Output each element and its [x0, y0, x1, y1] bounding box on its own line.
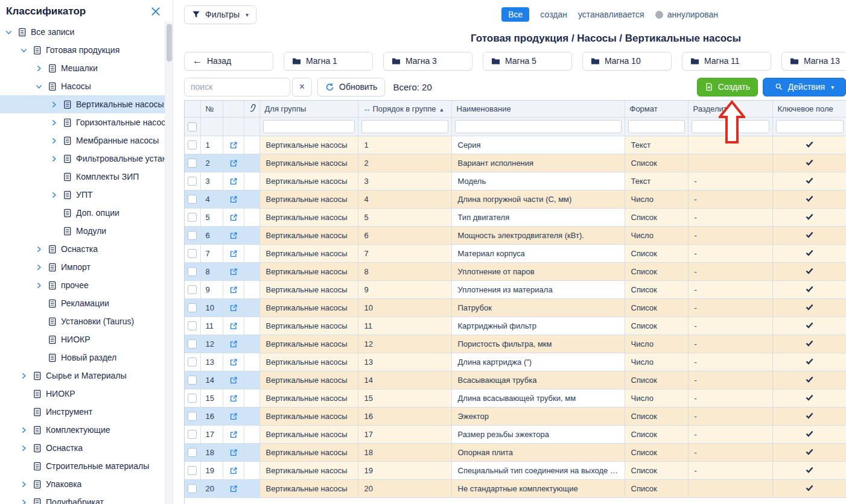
- row-checkbox[interactable]: [188, 213, 197, 222]
- chevron-down-icon[interactable]: [4, 28, 14, 36]
- row-checkbox[interactable]: [188, 412, 197, 421]
- chevron-right-icon[interactable]: [34, 263, 44, 271]
- tree-item[interactable]: Доп. опции: [0, 204, 165, 222]
- chevron-right-icon[interactable]: [34, 65, 44, 72]
- open-record-icon[interactable]: [229, 358, 238, 367]
- status-filter[interactable]: Все: [501, 7, 529, 22]
- col-header-attachment[interactable]: [244, 101, 259, 117]
- tree-item[interactable]: Комплекты ЗИП: [0, 168, 165, 186]
- row-checkbox[interactable]: [188, 140, 197, 150]
- filter-input-group[interactable]: [263, 120, 355, 133]
- tree-item[interactable]: Горизонтальные насосы: [0, 113, 165, 131]
- tree-item[interactable]: УПТ: [0, 186, 165, 204]
- tree-item[interactable]: НИОКР: [0, 385, 165, 403]
- open-record-icon[interactable]: [229, 177, 238, 186]
- chevron-right-icon[interactable]: [34, 282, 44, 289]
- chevron-right-icon[interactable]: [19, 499, 29, 504]
- row-checkbox[interactable]: [188, 358, 197, 367]
- clear-search-button[interactable]: ×: [292, 78, 312, 96]
- row-checkbox[interactable]: [188, 339, 197, 348]
- open-record-icon[interactable]: [229, 250, 238, 258]
- chevron-right-icon[interactable]: [19, 372, 29, 380]
- tree-item[interactable]: Установки (Taurus): [0, 312, 165, 330]
- table-row[interactable]: 5Вертикальные насосы5Тип двигателяСписок…: [185, 208, 846, 226]
- row-checkbox[interactable]: [188, 285, 197, 294]
- chevron-down-icon[interactable]: [34, 83, 44, 90]
- chevron-right-icon[interactable]: [49, 101, 59, 109]
- table-row[interactable]: 16Вертикальные насосы16ЭжекторСписок-: [185, 407, 846, 425]
- filter-input-name[interactable]: [455, 120, 622, 133]
- open-record-icon[interactable]: [229, 213, 238, 222]
- status-filter[interactable]: устанавливается: [578, 10, 644, 19]
- row-checkbox[interactable]: [188, 159, 197, 168]
- status-filter[interactable]: создан: [540, 10, 567, 19]
- tree-item[interactable]: Фильтровальные установки: [0, 150, 165, 168]
- row-checkbox[interactable]: [188, 376, 197, 385]
- row-checkbox[interactable]: [188, 249, 197, 258]
- row-checkbox[interactable]: [188, 484, 197, 493]
- row-checkbox[interactable]: [188, 303, 197, 312]
- chevron-right-icon[interactable]: [34, 245, 44, 253]
- filter-input-key[interactable]: [776, 120, 844, 133]
- tree-item[interactable]: Сырье и Материалы: [0, 367, 165, 385]
- open-record-icon[interactable]: [229, 268, 238, 276]
- status-filter[interactable]: аннулирован: [655, 10, 718, 19]
- col-header-key[interactable]: Ключевое поле: [772, 101, 846, 117]
- table-row[interactable]: 6Вертикальные насосы6Мощность электродви…: [185, 226, 846, 244]
- select-all-checkbox[interactable]: [188, 122, 197, 131]
- tree-item[interactable]: Насосы: [0, 77, 165, 95]
- folder-button[interactable]: Магна 11: [682, 52, 771, 71]
- filter-input-order[interactable]: [361, 120, 448, 133]
- table-row[interactable]: 20Вертикальные насосы20Не стандартные ко…: [185, 479, 846, 497]
- table-row[interactable]: 7Вертикальные насосы7Материал корпусаСпи…: [185, 244, 846, 262]
- tree-item[interactable]: Новый раздел: [0, 348, 165, 367]
- row-checkbox[interactable]: [188, 321, 197, 330]
- row-checkbox[interactable]: [188, 448, 197, 457]
- table-row[interactable]: 15Вертикальные насосы15Длина всасывающей…: [185, 389, 846, 407]
- table-row[interactable]: 4Вертикальные насосы4Длина погружной час…: [185, 190, 846, 208]
- chevron-right-icon[interactable]: [49, 119, 59, 127]
- table-row[interactable]: 3Вертикальные насосы3МодельТекст-: [185, 172, 846, 190]
- chevron-right-icon[interactable]: [49, 137, 59, 145]
- tree-item[interactable]: Готовая продукция: [0, 41, 165, 59]
- tree-item[interactable]: Мембранные насосы: [0, 131, 165, 150]
- create-button[interactable]: Создать: [697, 78, 758, 96]
- table-row[interactable]: 14Вертикальные насосы14Всасывающая трубк…: [185, 371, 846, 389]
- tree-item[interactable]: Упаковка: [0, 475, 165, 493]
- tree-item[interactable]: Мешалки: [0, 59, 165, 77]
- row-checkbox[interactable]: [188, 394, 197, 403]
- tree-item[interactable]: Импорт: [0, 258, 165, 276]
- table-row[interactable]: 8Вертикальные насосы8Уплотнение от паров…: [185, 262, 846, 280]
- tree-item[interactable]: Полуфабрикат: [0, 493, 165, 504]
- open-record-icon[interactable]: [229, 430, 238, 439]
- table-row[interactable]: 18Вертикальные насосы18Опорная плитаСпис…: [185, 443, 846, 461]
- search-input[interactable]: [184, 78, 290, 96]
- open-record-icon[interactable]: [229, 322, 238, 330]
- close-icon[interactable]: [149, 5, 162, 18]
- folder-button[interactable]: Магна 10: [582, 52, 672, 71]
- scrollbar-track[interactable]: [165, 22, 173, 504]
- open-record-icon[interactable]: [229, 159, 238, 168]
- chevron-right-icon[interactable]: [19, 480, 29, 488]
- open-record-icon[interactable]: [229, 412, 238, 421]
- col-header-num[interactable]: №: [200, 101, 223, 117]
- table-row[interactable]: 1Вертикальные насосы1СерияТекст: [185, 136, 846, 154]
- folder-button[interactable]: Магна 13: [781, 52, 846, 71]
- col-header-name[interactable]: Наименование: [451, 101, 625, 117]
- col-header-order[interactable]: ↔Порядок в группе▲: [358, 101, 451, 117]
- table-row[interactable]: 17Вертикальные насосы17Размер резьбы эже…: [185, 425, 846, 443]
- col-header-group[interactable]: Для группы: [259, 101, 358, 117]
- open-record-icon[interactable]: [229, 394, 238, 403]
- open-record-icon[interactable]: [229, 449, 238, 457]
- chevron-right-icon[interactable]: [19, 444, 29, 452]
- folder-button[interactable]: Магна 5: [483, 52, 572, 71]
- open-record-icon[interactable]: [229, 485, 238, 493]
- row-checkbox[interactable]: [188, 267, 197, 276]
- table-row[interactable]: 10Вертикальные насосы10ПатрубокСписок-: [185, 298, 846, 317]
- col-header-format[interactable]: Формат: [625, 101, 688, 117]
- tree-item[interactable]: Все записи: [0, 23, 165, 41]
- tree-item[interactable]: Оснастка: [0, 439, 165, 457]
- tree-item[interactable]: Строительные материалы: [0, 457, 165, 475]
- chevron-right-icon[interactable]: [49, 155, 59, 163]
- open-record-icon[interactable]: [229, 467, 238, 475]
